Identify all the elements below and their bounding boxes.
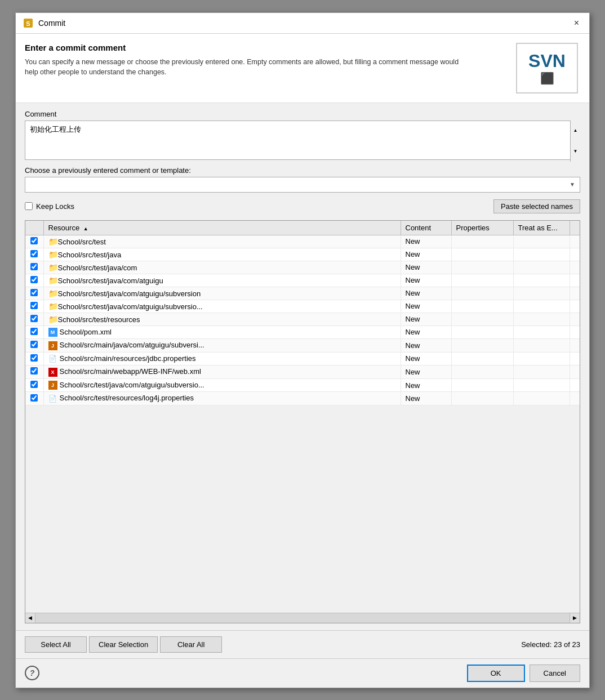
row-properties	[451, 287, 513, 300]
table-header: Resource ▲ Content Properties Treat as E…	[25, 221, 580, 235]
clear-all-button[interactable]: Clear All	[160, 636, 222, 653]
keep-locks-left: Keep Locks	[25, 202, 74, 211]
row-checkbox[interactable]	[30, 354, 38, 362]
row-resource: 📁School/src/test/java/com/atguigu	[43, 274, 401, 287]
row-scroll-spacer	[570, 339, 580, 353]
folder-icon: 📁	[48, 315, 58, 324]
row-treat	[513, 365, 570, 379]
table-row: 📁School/src/test/java/com/atguiguNew	[25, 274, 580, 287]
selected-info: Selected: 23 of 23	[521, 640, 580, 649]
header-description: You can specify a new message or choose …	[25, 57, 464, 78]
row-checkbox[interactable]	[30, 328, 38, 335]
row-checkbox[interactable]	[30, 394, 38, 402]
row-checkbox[interactable]	[30, 341, 38, 348]
row-checkbox-cell	[25, 339, 43, 353]
row-path: School/src/test/java/com/atguigu/subvers…	[58, 289, 201, 298]
row-checkbox[interactable]	[30, 276, 38, 283]
comment-textarea-wrapper: 初始化工程上传 ▲ ▼	[25, 121, 580, 162]
row-checkbox[interactable]	[30, 302, 38, 309]
j-icon: J	[48, 381, 57, 390]
keep-locks-checkbox[interactable]	[25, 202, 33, 210]
m-icon: M	[48, 328, 57, 337]
body-section: Comment 初始化工程上传 ▲ ▼ Choose a previously …	[16, 103, 589, 630]
j-icon: J	[48, 341, 57, 350]
table-row: 📁School/src/test/resourcesNew	[25, 313, 580, 326]
row-scroll-spacer	[570, 300, 580, 313]
row-properties	[451, 378, 513, 392]
chevron-down-icon: ▼	[570, 181, 575, 188]
paste-selected-names-button[interactable]: Paste selected names	[493, 199, 580, 213]
row-scroll-spacer	[570, 378, 580, 392]
row-scroll-spacer	[570, 235, 580, 248]
row-properties	[451, 392, 513, 405]
row-content: New	[401, 248, 451, 261]
row-checkbox[interactable]	[30, 263, 38, 270]
row-path: School/src/test/java/com/atguigu/subvers…	[58, 302, 203, 311]
scroll-down-btn[interactable]: ▼	[571, 141, 580, 162]
header-text: Enter a commit comment You can specify a…	[25, 43, 464, 78]
table-container: Resource ▲ Content Properties Treat as E…	[25, 221, 580, 613]
row-resource: 📁School/src/test/resources	[43, 313, 401, 326]
folder-icon: 📁	[48, 289, 58, 298]
col-treat[interactable]: Treat as E...	[513, 221, 570, 235]
template-label: Choose a previously entered comment or t…	[25, 166, 580, 175]
folder-icon: 📁	[48, 276, 58, 285]
row-checkbox[interactable]	[30, 289, 38, 296]
row-checkbox[interactable]	[30, 315, 38, 322]
col-properties[interactable]: Properties	[451, 221, 513, 235]
row-checkbox-cell	[25, 326, 43, 339]
row-properties	[451, 352, 513, 365]
select-all-button[interactable]: Select All	[25, 636, 87, 653]
row-treat	[513, 339, 570, 353]
row-scroll-spacer	[570, 326, 580, 339]
keep-locks-row: Keep Locks Paste selected names	[25, 197, 580, 216]
row-resource: XSchool/src/main/webapp/WEB-INF/web.xml	[43, 365, 401, 379]
row-content: New	[401, 326, 451, 339]
row-checkbox[interactable]	[30, 381, 38, 388]
ok-button[interactable]: OK	[467, 665, 525, 682]
commit-dialog: S Commit × Enter a commit comment You ca…	[15, 12, 590, 688]
doc-icon: 📄	[48, 354, 57, 363]
table-row: JSchool/src/main/java/com/atguigu/subver…	[25, 339, 580, 353]
row-content: New	[401, 287, 451, 300]
header-section: Enter a commit comment You can specify a…	[16, 34, 589, 103]
row-checkbox-cell	[25, 378, 43, 392]
table-row: 📁School/src/testNew	[25, 235, 580, 248]
row-resource: JSchool/src/test/java/com/atguigu/subver…	[43, 378, 401, 392]
svg-text:S: S	[26, 20, 30, 27]
row-checkbox[interactable]	[30, 367, 38, 374]
row-scroll-spacer	[570, 287, 580, 300]
row-content: New	[401, 365, 451, 379]
svn-logo-icon: ⬛	[540, 72, 554, 85]
svn-logo-text: SVN	[528, 51, 566, 72]
row-scroll-spacer	[570, 261, 580, 274]
template-dropdown[interactable]: ▼	[25, 177, 580, 193]
scroll-up-btn[interactable]: ▲	[571, 121, 580, 141]
row-resource: 📁School/src/test/java/com/atguigu/subver…	[43, 287, 401, 300]
help-button[interactable]: ?	[25, 666, 39, 680]
folder-icon: 📁	[48, 263, 58, 272]
title-bar: S Commit ×	[16, 13, 589, 34]
row-checkbox[interactable]	[30, 250, 38, 257]
row-path: School/pom.xml	[60, 328, 112, 336]
clear-selection-button[interactable]: Clear Selection	[89, 636, 158, 653]
dialog-title: Commit	[38, 19, 65, 28]
comment-textarea[interactable]: 初始化工程上传	[25, 121, 580, 160]
close-button[interactable]: ×	[571, 17, 582, 29]
bottom-buttons-row: Select All Clear Selection Clear All Sel…	[16, 630, 589, 658]
row-checkbox[interactable]	[30, 237, 38, 244]
table-row: 📁School/src/test/java/com/atguigu/subver…	[25, 300, 580, 313]
col-content[interactable]: Content	[401, 221, 451, 235]
row-checkbox-cell	[25, 392, 43, 405]
scroll-right-btn[interactable]: ▶	[570, 613, 580, 623]
row-properties	[451, 300, 513, 313]
cancel-button[interactable]: Cancel	[530, 665, 580, 682]
x-icon: X	[48, 368, 57, 377]
row-path: School/src/test/java/com/atguigu	[58, 277, 163, 285]
col-resource[interactable]: Resource ▲	[43, 221, 401, 235]
scroll-left-btn[interactable]: ◀	[25, 613, 35, 623]
row-path: School/src/main/resources/jdbc.propertie…	[60, 354, 196, 363]
file-table-wrapper: Resource ▲ Content Properties Treat as E…	[25, 220, 580, 623]
keep-locks-label: Keep Locks	[36, 202, 74, 211]
horizontal-scrollbar: ◀ ▶	[25, 613, 580, 623]
